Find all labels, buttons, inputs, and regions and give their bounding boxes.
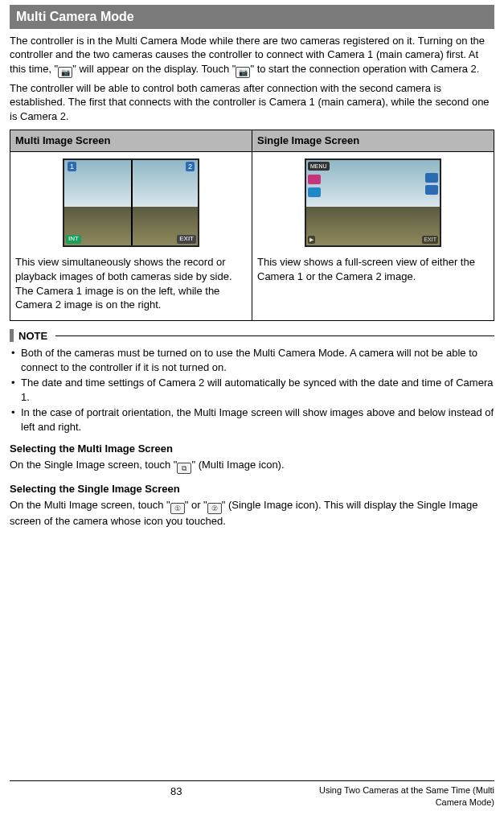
intro-paragraph-1: The controller is in the Multi Camera Mo… — [10, 34, 494, 78]
note-heading: NOTE — [10, 329, 494, 344]
intro-text-1c: " to start the connection operation with… — [250, 63, 479, 75]
note-bar-icon — [10, 329, 14, 342]
intro-text-1b: " will appear on the display. Touch " — [72, 63, 236, 75]
subheading-multi: Selecting the Multi Image Screen — [10, 442, 494, 456]
table-cell-single: MENU ▶EXIT This view shows a full-screen… — [252, 151, 494, 320]
side-icon-2 — [308, 187, 321, 197]
note-list: Both of the cameras must be turned on to… — [10, 346, 494, 434]
camera-1-badge-icon: 1 — [68, 162, 76, 171]
table-header-single: Single Image Screen — [252, 130, 494, 152]
sub2-text-b: " or " — [185, 499, 207, 511]
section-title: Multi Camera Mode — [16, 10, 134, 23]
sub1-body: On the Single Image screen, touch "" (Mu… — [10, 458, 494, 474]
multi-image-icon — [177, 463, 191, 474]
camera-touch-icon — [236, 67, 250, 78]
subheading-single: Selecting the Single Image Screen — [10, 482, 494, 496]
intro-paragraph-2: The controller will be able to control b… — [10, 81, 494, 124]
multi-cell-text-b: The Camera 1 image is on the left, while… — [15, 284, 247, 312]
note-item: Both of the cameras must be turned on to… — [10, 346, 494, 374]
section-header: Multi Camera Mode — [10, 5, 494, 29]
note-item: In the case of portrait orientation, the… — [10, 405, 494, 434]
screens-table: Multi Image Screen Single Image Screen 1… — [10, 130, 494, 320]
note-label: NOTE — [18, 329, 47, 344]
sub2-body: On the Multi Image screen, touch "" or "… — [10, 498, 494, 529]
sub2-text-a: On the Multi Image screen, touch " — [10, 499, 170, 511]
menu-pill-icon: MENU — [308, 162, 330, 171]
camera-2-badge-icon: 2 — [186, 162, 195, 171]
note-item: The date and time settings of Camera 2 w… — [10, 376, 494, 404]
single-cell-text: This view shows a full-screen view of ei… — [257, 255, 489, 283]
exit-label-icon: EXIT — [177, 235, 196, 244]
page-number: 83 — [170, 784, 182, 799]
int-label-icon: INT — [66, 235, 81, 244]
multi-image-thumbnail: 1 2 INT EXIT — [15, 158, 247, 251]
single-image-thumbnail: MENU ▶EXIT — [257, 158, 489, 251]
right-badges — [425, 173, 438, 195]
camera-1-icon — [170, 503, 185, 514]
note-rule — [55, 335, 494, 336]
camera-2-icon — [207, 503, 222, 514]
camera-connecting-icon — [58, 67, 72, 78]
sub1-text-b: " (Multi Image icon). — [191, 459, 284, 471]
multi-cell-text-a: This view simultaneously shows the recor… — [15, 255, 247, 283]
sub1-text-a: On the Single Image screen, touch " — [10, 459, 177, 471]
chapter-title: Using Two Cameras at the Same Time (Mult… — [285, 784, 494, 809]
side-icon-1 — [308, 175, 321, 184]
thumb-bottom-bar: ▶EXIT — [308, 236, 438, 243]
page-footer: 83 Using Two Cameras at the Same Time (M… — [10, 780, 494, 809]
table-cell-multi: 1 2 INT EXIT This view simultaneously sh… — [10, 151, 252, 320]
table-header-multi: Multi Image Screen — [10, 130, 252, 152]
